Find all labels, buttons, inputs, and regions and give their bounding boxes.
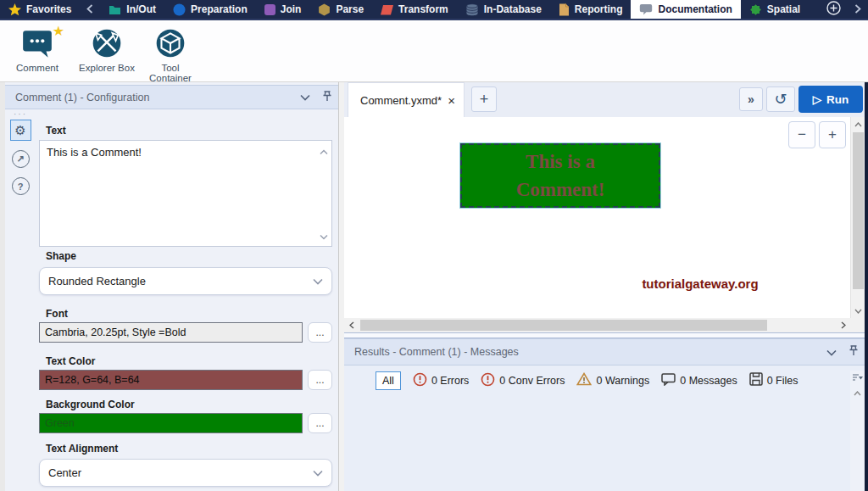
- settings-gear-button[interactable]: ⚙: [10, 120, 31, 141]
- canvas-horizontal-scrollbar[interactable]: [344, 318, 850, 332]
- error-icon: [481, 372, 495, 389]
- font-browse-button[interactable]: ...: [308, 322, 332, 343]
- palette-scroll-right-button[interactable]: [848, 2, 868, 17]
- shape-select[interactable]: Rounded Rectangle: [39, 267, 332, 295]
- nav-tab-label: Preparation: [191, 3, 248, 15]
- new-workflow-button[interactable]: +: [471, 86, 497, 112]
- nav-tab-label: In/Out: [126, 3, 156, 15]
- comment-box[interactable]: This is a Comment!: [460, 143, 660, 208]
- close-tab-icon[interactable]: ×: [448, 93, 455, 108]
- tool-tool-container[interactable]: Tool Container: [142, 27, 198, 83]
- comment-text-input[interactable]: This is a Comment!: [39, 140, 332, 247]
- nav-tab-in-database[interactable]: In-Database: [457, 0, 550, 19]
- chevron-down-icon: [313, 466, 323, 479]
- burst-icon: [749, 3, 762, 16]
- text-color-browse-button[interactable]: ...: [308, 370, 332, 390]
- configuration-title: Comment (1) - Configuration: [5, 92, 294, 103]
- filter-messages[interactable]: 0 Messages: [661, 372, 737, 388]
- comment-tool-icon: [20, 53, 54, 63]
- filter-warnings[interactable]: 0 Warnings: [576, 372, 649, 388]
- tool-palette-tabs: Favorites In/Out Preparation Join Parse …: [0, 0, 868, 20]
- filter-menu-icon[interactable]: [850, 371, 865, 385]
- nav-tab-join[interactable]: Join: [256, 0, 310, 19]
- nav-tab-documentation[interactable]: Documentation: [631, 0, 740, 19]
- gear-icon: ⚙: [14, 123, 25, 138]
- filter-conv-errors[interactable]: 0 Conv Errors: [481, 372, 565, 389]
- background-color-browse-button[interactable]: ...: [308, 413, 332, 433]
- filter-all-button[interactable]: All: [376, 371, 401, 390]
- documentation-tool-palette: ★ Comment Explorer Box Tool Container: [0, 22, 868, 82]
- history-button[interactable]: ↺: [766, 86, 795, 112]
- workflow-canvas[interactable]: − + This is a Comment! tutorialgateway.o…: [344, 117, 850, 318]
- scroll-thumb[interactable]: [853, 132, 864, 289]
- font-field[interactable]: Cambria, 20.25pt, Style =Bold: [39, 322, 303, 343]
- nav-tab-preparation[interactable]: Preparation: [164, 0, 256, 19]
- scroll-up-icon[interactable]: [320, 143, 328, 159]
- tool-container-tool-icon: [153, 53, 187, 63]
- tab-overflow-button[interactable]: »: [739, 87, 763, 111]
- collapse-panel-button[interactable]: [294, 86, 316, 109]
- scroll-right-icon[interactable]: [836, 318, 850, 332]
- zoom-in-button[interactable]: +: [819, 121, 846, 148]
- tool-label: Explorer Box: [71, 63, 142, 73]
- zoom-out-button[interactable]: −: [788, 121, 815, 148]
- canvas-vertical-scrollbar[interactable]: [850, 117, 865, 318]
- file-icon: [749, 372, 763, 388]
- text-color-field[interactable]: R=128, G=64, B=64: [39, 370, 303, 390]
- message-bubble-icon: [661, 372, 676, 388]
- nav-tab-label: In-Database: [484, 3, 542, 15]
- navigation-button[interactable]: ↗: [12, 150, 30, 168]
- nav-tab-transform[interactable]: Transform: [372, 0, 457, 19]
- nav-tab-label: Spatial: [767, 3, 800, 15]
- nav-tab-label: Reporting: [575, 3, 623, 15]
- scroll-left-icon[interactable]: [344, 318, 359, 332]
- help-button[interactable]: ?: [12, 177, 30, 195]
- add-palette-button[interactable]: [820, 1, 848, 19]
- results-header: Results - Comment (1) - Messages: [344, 338, 865, 365]
- nav-tab-parse[interactable]: Parse: [309, 0, 372, 19]
- nav-tab-in-out[interactable]: In/Out: [100, 0, 164, 19]
- results-content[interactable]: [344, 395, 850, 491]
- workflow-tab[interactable]: Comment.yxmd* ×: [348, 82, 465, 117]
- alteryx-designer-window: Favorites In/Out Preparation Join Parse …: [0, 0, 868, 491]
- scroll-up-icon[interactable]: [851, 117, 865, 131]
- filter-errors[interactable]: 0 Errors: [413, 372, 469, 389]
- pin-icon: [848, 344, 860, 360]
- results-vertical-scrollbar[interactable]: [850, 371, 865, 491]
- pin-panel-button[interactable]: [316, 86, 338, 109]
- tool-explorer-box[interactable]: Explorer Box: [71, 27, 142, 73]
- scroll-down-icon[interactable]: [851, 304, 865, 318]
- nav-tab-favorites[interactable]: Favorites: [0, 0, 80, 19]
- pin-results-button[interactable]: [843, 339, 865, 365]
- results-splitter[interactable]: [344, 332, 865, 338]
- chevron-down-icon: [826, 346, 837, 359]
- star-icon: [8, 3, 21, 16]
- palette-scroll-left-button[interactable]: [80, 0, 100, 19]
- configuration-header: Comment (1) - Configuration: [5, 85, 338, 109]
- explorer-box-tool-icon: [90, 53, 124, 63]
- scroll-up-icon[interactable]: [850, 386, 865, 400]
- scrollbar-corner: [850, 318, 865, 332]
- alignment-field-label: Text Alignment: [46, 443, 118, 455]
- scroll-thumb[interactable]: [360, 320, 767, 331]
- text-color-field-label: Text Color: [46, 355, 95, 367]
- scroll-down-icon[interactable]: [320, 228, 328, 243]
- tool-comment[interactable]: ★ Comment: [10, 27, 64, 73]
- nav-tab-reporting[interactable]: Reporting: [550, 0, 632, 19]
- configuration-tab-strip: ⚙ ↗ ?: [5, 109, 36, 491]
- run-button[interactable]: ▷ Run: [798, 86, 863, 113]
- play-icon: ▷: [813, 92, 821, 106]
- plus-circle-icon: [826, 1, 841, 19]
- workflow-tab-strip: Comment.yxmd* × + » ↺ ▷ Run: [344, 82, 865, 117]
- folder-icon: [108, 4, 121, 15]
- banner-icon: [381, 4, 393, 15]
- text-field-label: Text: [46, 125, 66, 137]
- background-color-field[interactable]: Green: [39, 413, 303, 433]
- circle-icon: [173, 3, 186, 16]
- alignment-select[interactable]: Center: [39, 459, 332, 487]
- chevron-down-icon: [313, 275, 323, 287]
- collapse-results-button[interactable]: [821, 339, 843, 365]
- filter-files[interactable]: 0 Files: [749, 372, 798, 388]
- nav-tab-spatial[interactable]: Spatial: [741, 0, 809, 19]
- chevron-right-icon: [854, 2, 861, 17]
